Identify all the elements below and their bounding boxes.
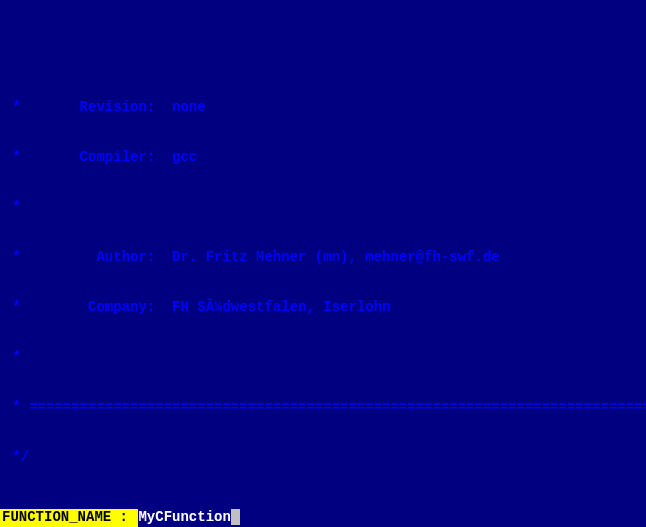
comment-line: * Revision: none xyxy=(4,98,642,116)
prompt-input[interactable]: MyCFunction xyxy=(138,509,230,527)
comment-line: * Company: FH SÃ¼dwestfalen, Iserlohn xyxy=(4,298,642,316)
comment-line: * Compiler: gcc xyxy=(4,148,642,166)
comment-separator: * ======================================… xyxy=(4,398,642,416)
comment-line: * xyxy=(4,198,642,216)
comment-line: * Author: Dr. Fritz Mehner (mn), mehner@… xyxy=(4,248,642,266)
comment-line: * xyxy=(4,348,642,366)
prompt-label: FUNCTION_NAME : xyxy=(0,509,138,527)
cursor-icon xyxy=(231,509,240,525)
editor-area[interactable]: * Revision: none * Compiler: gcc * * Aut… xyxy=(0,64,646,527)
command-line[interactable]: FUNCTION_NAME : MyCFunction xyxy=(0,509,646,527)
comment-end: */ xyxy=(4,448,642,466)
